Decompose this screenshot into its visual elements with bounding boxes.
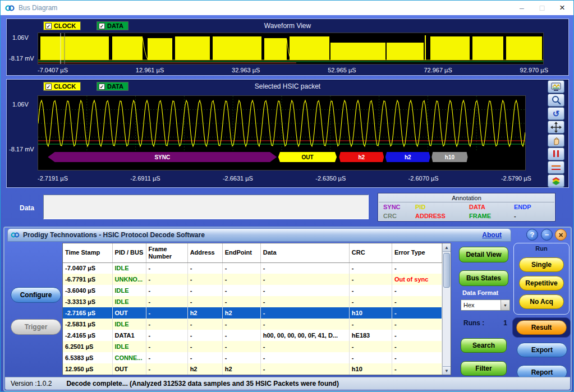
window-titlebar: Bus Diagram – □ ×	[1, 1, 573, 15]
decode-cell: -	[146, 307, 187, 319]
packet-bar[interactable]: h2	[339, 152, 384, 162]
search-button[interactable]: Search	[461, 338, 507, 353]
hand-button[interactable]	[548, 134, 564, 147]
annotation-label: CRC	[383, 211, 415, 220]
app-logo-icon	[5, 3, 15, 13]
display-settings-button[interactable]	[548, 80, 564, 93]
decode-row[interactable]: 6.2501 µSIDLE------	[63, 341, 442, 352]
decode-cell: 12.950 µS	[63, 363, 112, 375]
dropdown-arrow-icon[interactable]: ▼	[500, 300, 509, 310]
repetitive-button[interactable]: Repetitive	[519, 276, 564, 290]
annotation-label: SYNC	[383, 202, 415, 211]
bus-states-button[interactable]: Bus States	[459, 270, 508, 286]
detail-view-button[interactable]: Detail View	[459, 247, 508, 262]
decode-cell: IDLE	[112, 285, 146, 296]
packet-bar[interactable]: h2	[385, 152, 430, 162]
column-header[interactable]: PID / BUS	[112, 243, 146, 262]
waveform-view-title: Waveform View	[7, 22, 568, 30]
decode-row[interactable]: -6.7791 µSUNKNO...-----Out of sync	[63, 274, 442, 285]
decode-cell: -	[146, 363, 187, 375]
column-header[interactable]: Frame Number	[146, 243, 187, 262]
pause-button[interactable]	[548, 147, 564, 160]
scroll-down-icon[interactable]: ▼	[443, 366, 451, 375]
table-scrollbar[interactable]: ▲ ▼	[442, 243, 451, 375]
window-controls: – □ ×	[512, 1, 572, 15]
time-axis-label: -2.5790 µS	[501, 175, 531, 182]
status-message: Decode complete... (Analyzed 312532 data…	[66, 380, 339, 388]
decoder-window: Prodigy Technovations - HSIC Protocol De…	[3, 227, 572, 391]
minimize-icon[interactable]: –	[512, 1, 532, 15]
data-field[interactable]	[43, 195, 369, 219]
decode-row[interactable]: -2.7165 µSOUT-h2h2-h10-	[63, 307, 442, 319]
export-button[interactable]: Export	[517, 343, 567, 357]
cursors-button[interactable]	[548, 161, 564, 174]
decode-row[interactable]: -2.5831 µSIDLE------	[63, 319, 442, 330]
decode-cell: -	[260, 285, 349, 296]
status-bar: Version :1.0.2 Decode complete... (Analy…	[5, 377, 570, 390]
column-header[interactable]: Time Stamp	[63, 243, 112, 262]
decode-cell: -	[392, 363, 442, 375]
run-group-label: Run	[514, 245, 569, 252]
decode-row[interactable]: -3.3313 µSIDLE------	[63, 296, 442, 307]
decode-row[interactable]: -3.6040 µSIDLE------	[63, 285, 442, 296]
help-button[interactable]: ?	[526, 229, 538, 241]
decode-row[interactable]: -7.0407 µSIDLE------	[63, 262, 442, 274]
column-header[interactable]: Error Type	[392, 243, 442, 262]
decoder-minimize-button[interactable]: −	[541, 229, 553, 241]
zoom-button[interactable]	[548, 94, 564, 107]
decode-row[interactable]: 12.950 µSOUT-h2h2-h10-	[63, 363, 442, 375]
decode-cell: -	[187, 319, 222, 330]
window-title: Bus Diagram	[19, 4, 57, 12]
packet-bar[interactable]: OUT	[278, 152, 337, 162]
decode-cell: -	[222, 341, 260, 352]
column-header[interactable]: EndPoint	[222, 243, 260, 262]
configure-button[interactable]: Configure	[11, 287, 61, 303]
decode-cell: -	[222, 296, 260, 307]
packet-bar[interactable]: h10	[431, 152, 467, 162]
decode-cell: -	[187, 330, 222, 341]
runs-value: 1	[503, 319, 507, 327]
result-button[interactable]: Result	[516, 320, 567, 335]
voltage-bottom-label: -8.17 mV	[9, 55, 34, 62]
decode-cell: -	[392, 285, 442, 296]
no-acq-button[interactable]: No Acq	[519, 294, 564, 309]
column-header[interactable]: Data	[260, 243, 349, 262]
layers-icon	[550, 176, 562, 186]
data-field-label: Data	[20, 204, 34, 212]
undo-button[interactable]: ↺	[548, 107, 564, 120]
packet-waveform[interactable]: SYNCOUTh2h2h10	[38, 95, 526, 170]
decode-row[interactable]: 6.5383 µSCONNE...------	[63, 352, 442, 363]
scrollbar-thumb[interactable]	[443, 253, 450, 288]
trigger-button[interactable]: Trigger	[11, 319, 61, 335]
runs-label: Runs :	[463, 319, 484, 327]
data-format-select[interactable]: Hex ▼	[461, 299, 510, 311]
maximize-icon[interactable]: □	[532, 1, 552, 15]
single-button[interactable]: Single	[519, 257, 564, 272]
scroll-up-icon[interactable]: ▲	[443, 243, 451, 252]
time-axis-label: 12.961 µS	[136, 67, 164, 73]
decode-table-body: -7.0407 µSIDLE-------6.7791 µSUNKNO...--…	[63, 262, 442, 375]
voltage-bottom-label: -8.17 mV	[9, 146, 34, 153]
pan-button[interactable]	[548, 121, 564, 133]
overview-waveform[interactable]	[38, 33, 544, 64]
annotation-label: FRAME	[469, 211, 514, 220]
decode-row[interactable]: -2.4165 µSDATA1---h00, 00, 00, 00, 0F, 4…	[63, 330, 442, 341]
column-header[interactable]: Address	[187, 243, 222, 262]
annotation-row-2: CRCADDRESSFRAME-	[379, 211, 554, 220]
decode-cell: -	[146, 285, 187, 296]
runs-counter: Runs : 1	[463, 319, 507, 327]
packet-bar[interactable]: SYNC	[48, 152, 277, 162]
undo-icon: ↺	[553, 109, 560, 118]
main-content: ✓ CLOCK ✓ DATA Waveform View 1.06V -8.17…	[1, 15, 573, 391]
voltage-top-label: 1.06V	[12, 34, 29, 41]
decode-cell: OUT	[112, 363, 146, 375]
decoder-close-button[interactable]: ×	[555, 229, 567, 241]
decode-cell: -7.0407 µS	[63, 262, 112, 274]
column-header[interactable]: CRC	[349, 243, 392, 262]
filter-button[interactable]: Filter	[461, 361, 507, 376]
decode-cell: -	[146, 330, 187, 341]
about-link[interactable]: About	[482, 231, 502, 239]
close-icon[interactable]: ×	[552, 1, 572, 15]
layers-button[interactable]	[548, 174, 564, 187]
decode-cell: UNKNO...	[112, 274, 146, 285]
